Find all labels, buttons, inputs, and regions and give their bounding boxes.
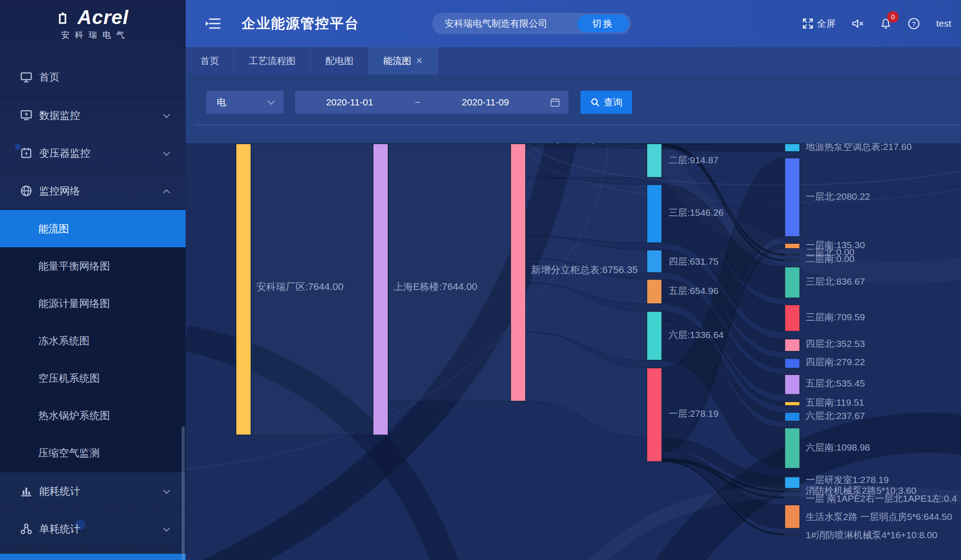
network-icon [20,184,33,197]
sankey-node-f6[interactable] [647,311,662,360]
sankey-node-f2n[interactable] [785,254,800,255]
help-button[interactable]: ? [908,17,920,30]
brand-subtitle: 安科瑞电气 [61,29,130,41]
tab-label: 工艺流程图 [249,55,296,67]
sankey-node-f4s[interactable] [785,359,800,368]
sankey-link-f3-f3n [662,185,785,298]
sidebar-item-energy-consumption-stats[interactable]: 能耗统计 [0,472,186,510]
close-tab-icon[interactable]: ✕ [416,56,423,66]
notifications-button[interactable]: 0 [880,17,892,30]
sidebar-item-compressed-air-monitoring[interactable]: 压缩空气监测 [0,434,186,471]
chart-decor-swooshes [186,133,961,560]
sidebar-item-chilled-water-system[interactable]: 冻水系统图 [0,322,186,359]
sankey-node-label-f2n: 二层北:0.00 [806,247,855,257]
sidebar-item-label: 单耗统计 [39,522,80,536]
sankey-link-f1-f1s [662,243,785,452]
fullscreen-icon [802,18,814,29]
sankey-node-f4n[interactable] [785,339,800,351]
sidebar-item-energy-balance-network[interactable]: 能量平衡网络图 [0,247,186,285]
sidebar-item-hot-water-boiler-system[interactable]: 热水锅炉系统图 [0,397,186,434]
brand-logo: Acrel 安科瑞电气 [0,0,186,47]
tab-distribution-diagram[interactable]: 配电图 [311,47,369,74]
switch-company-button[interactable]: 切换 [577,15,629,32]
sidebar-item-unit-consumption-stats[interactable]: 单耗统计 [0,510,186,548]
sankey-node-f5n[interactable] [785,375,800,395]
date-end-value[interactable]: 2020-11-09 [431,97,540,108]
sankey-node-f4[interactable] [647,250,662,273]
sidebar-item-data-monitoring[interactable]: 数据监控 [0,96,186,134]
sankey-link-f5-f5n [662,279,785,395]
sidebar-item-monitoring-network[interactable]: 监控网络 [0,172,186,209]
sankey-node-f3s[interactable] [785,305,800,331]
sankey-node-label-f5: 五层:654.96 [669,286,718,296]
sankey-node-yfs[interactable] [785,477,800,488]
energy-type-select[interactable]: 电 [206,91,284,114]
sankey-link-f4-f4n [662,250,785,351]
sidebar: Acrel 安科瑞电气 首页数据监控变压器监控监控网络能流图能量平衡网络图能源计… [0,0,186,560]
chevron-down-icon [162,485,170,497]
sankey-node-f1[interactable] [647,368,662,462]
fullscreen-button[interactable]: 全屏 [802,17,835,30]
sankey-node-f5[interactable] [647,279,662,304]
sidebar-item-label: 监控网络 [39,184,80,198]
sidebar-scrollbar[interactable] [182,426,185,560]
sankey-node-shb[interactable] [785,505,800,528]
speaker-muted-icon [852,18,864,29]
sankey-link-f6-f6n [662,311,785,421]
sankey-link-fenligui-f6 [526,283,647,360]
sankey-node-label-elou: 上海E栋楼:7644.00 [393,281,477,292]
sankey-link-f2-f2n [662,144,785,255]
username[interactable]: test [936,18,951,29]
svg-text:?: ? [912,20,916,28]
sankey-node-label-f4: 四层:631.75 [669,256,718,266]
sankey-node-elou[interactable] [373,144,388,435]
sankey-node-label-f4n: 四层北:352.53 [806,338,865,349]
collapse-sidebar-icon[interactable] [205,17,221,30]
sankey-node-f2s[interactable] [785,260,800,261]
query-button[interactable]: 查询 [580,91,632,114]
search-icon [590,97,600,107]
sankey-node-pl[interactable] [785,534,800,535]
sankey-node-label-f6s: 六层南:1098.98 [806,442,870,452]
sidebar-item-energy-metering-network[interactable]: 能源计量网络图 [0,285,186,322]
tab-process-flow-diagram[interactable]: 工艺流程图 [234,47,311,74]
sankey-node-label-f3: 三层:1546.26 [669,207,724,218]
sankey-node-f2[interactable] [647,144,662,177]
sidebar-item-label: 数据监控 [39,109,80,122]
sidebar-item-energy-flow-diagram[interactable]: 能流图 [0,210,186,247]
sidebar-item-home[interactable]: 首页 [0,58,186,96]
sankey-node-f5s[interactable] [785,402,800,406]
sankey-node-xfs[interactable] [785,491,800,492]
sidebar-item-label: 能耗统计 [39,484,80,498]
sankey-link-fenligui-f3 [526,177,647,243]
chevron-down-icon [162,147,170,159]
sankey-node-f3n[interactable] [785,267,800,298]
tab-home[interactable]: 首页 [186,47,234,74]
tab-energy-flow-diagram[interactable]: 能流图✕ [369,47,438,74]
sankey-node-label-fenligui: 新增分立柜总表:6756.35 [531,264,638,275]
sankey-node-ape[interactable] [785,497,800,498]
sankey-node-f6n[interactable] [785,412,800,421]
sankey-node-fenligui[interactable] [511,144,526,401]
sankey-node-label-f3s: 三层南:709.59 [806,312,865,322]
data-monitor-icon [20,109,33,122]
sankey-node-f1s[interactable] [785,243,800,249]
sankey-node-changqu[interactable] [236,144,251,435]
date-range-picker[interactable]: 2020-11-01 ~ 2020-11-09 [295,91,568,114]
sidebar-bottom-item-partial[interactable] [0,554,186,560]
sidebar-menu: 首页数据监控变压器监控监控网络能流图能量平衡网络图能源计量网络图冻水系统图空压机… [0,47,186,548]
sankey-node-f6s[interactable] [785,428,800,468]
sankey-link-f1-shb [662,450,785,528]
acrel-logo-icon [57,9,74,26]
company-selector: 安科瑞电气制造有限公司 切换 [432,13,631,34]
chevron-down-icon [162,523,170,535]
sankey-node-f1n[interactable] [785,158,800,237]
sidebar-item-transformer-monitoring[interactable]: 变压器监控 [0,134,186,172]
sidebar-item-air-compressor-system[interactable]: 空压机系统图 [0,359,186,397]
date-start-value[interactable]: 2020-11-01 [295,97,404,108]
brand-name: Acrel [77,6,129,28]
sankey-node-f3[interactable] [647,185,662,243]
transformer-icon [20,146,33,160]
mute-button[interactable] [852,18,864,29]
sankey-node-label-f3n: 三层北:836.67 [806,276,865,286]
